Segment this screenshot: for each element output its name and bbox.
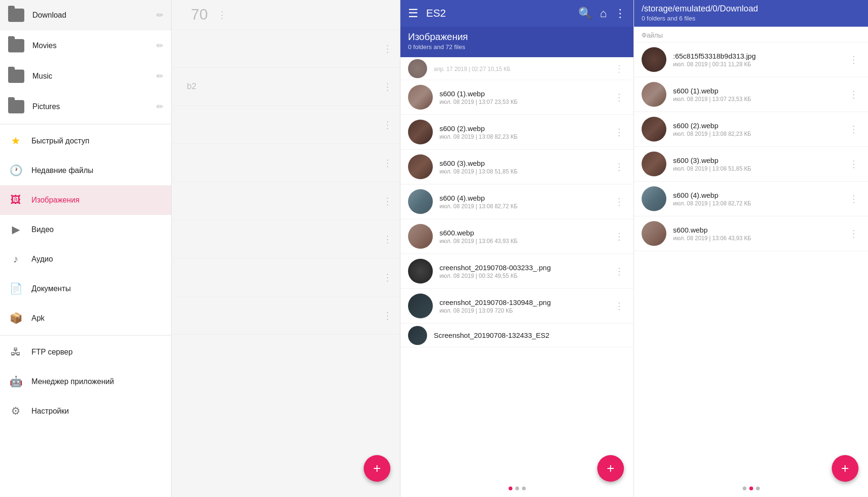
list-item[interactable]: creenshot_20190708-130948_.png июл. 08 2… <box>400 289 633 324</box>
list-item[interactable]: s600.webp июл. 08 2019 | 13:06 43,93 КБ … <box>400 219 633 254</box>
sidebar-item-docs[interactable]: 📄 Документы <box>0 274 171 304</box>
list-item[interactable]: :65c815f53318b9d313.jpg июл. 08 2019 | 0… <box>634 42 868 77</box>
clock-icon: 🕐 <box>8 162 24 179</box>
edit-icon[interactable]: ✏ <box>156 10 163 20</box>
section-label: Файлы <box>634 27 868 42</box>
sidebar-item-audio[interactable]: ♪ Аудио <box>0 244 171 274</box>
settings-icon: ⚙ <box>8 403 24 419</box>
more-vert-icon[interactable]: ⋮ <box>613 88 626 107</box>
android-icon: 🤖 <box>8 374 24 390</box>
path-label: /storage/emulated/0/Download <box>642 4 860 14</box>
hamburger-icon[interactable]: ☰ <box>404 3 422 24</box>
more-vert-icon[interactable]: ⋮ <box>383 157 392 169</box>
more-vert-icon[interactable]: ⋮ <box>613 157 626 176</box>
sidebar-item-apk[interactable]: 📦 Apk <box>0 304 171 333</box>
more-vert-icon[interactable]: ⋮ <box>383 272 392 283</box>
list-item[interactable]: s600 (1).webp июл. 08 2019 | 13:07 23,53… <box>634 77 868 112</box>
file-name: s600.webp <box>673 226 847 234</box>
sidebar-item-music[interactable]: Music ✏ <box>0 61 171 91</box>
dot-active <box>749 487 753 490</box>
star-icon: ★ <box>8 133 24 149</box>
file-count: 0 folders and 6 files <box>642 15 860 22</box>
fab-button-right[interactable]: + <box>832 455 858 482</box>
more-vert-icon[interactable]: ⋮ <box>613 262 626 281</box>
file-info: creenshot_20190708-130948_.png июл. 08 2… <box>439 298 613 314</box>
more-vert-icon[interactable]: ⋮ <box>613 296 626 315</box>
right-panel: /storage/emulated/0/Download 0 folders a… <box>634 0 868 497</box>
file-info: s600 (2).webp июл. 08 2019 | 13:08 82,23… <box>673 122 847 137</box>
list-item[interactable]: s600.webp июл. 08 2019 | 13:06 43,93 КБ … <box>634 216 868 251</box>
sidebar-item-quick-access[interactable]: ★ Быстрый доступ <box>0 126 171 156</box>
more-vert-icon[interactable]: ⋮ <box>383 81 392 92</box>
sidebar-item-images[interactable]: 🖼 Изображения <box>0 185 171 215</box>
sidebar-item-movies[interactable]: Movies ✏ <box>0 30 171 61</box>
more-vert-icon[interactable]: ⋮ <box>613 59 626 78</box>
more-vert-icon[interactable]: ⋮ <box>217 10 227 20</box>
file-meta: июл. 08 2019 | 00:32 49,55 КБ <box>439 273 613 279</box>
more-vert-icon[interactable]: ⋮ <box>613 227 626 246</box>
more-vert-icon[interactable]: ⋮ <box>613 122 626 142</box>
bg-item-empty7: ⋮ <box>172 296 400 335</box>
sidebar-item-pictures[interactable]: Pictures ✏ <box>0 91 171 122</box>
list-item[interactable]: апр. 17 2019 | 02:27 10,15 КБ ⋮ <box>400 57 633 80</box>
sidebar-item-settings[interactable]: ⚙ Настройки <box>0 396 171 426</box>
more-vert-icon[interactable]: ⋮ <box>847 189 860 208</box>
dots-indicator-right <box>743 487 760 490</box>
file-meta: июл. 08 2019 | 13:06 43,93 КБ <box>673 235 847 242</box>
file-thumbnail <box>408 59 427 78</box>
home-icon[interactable]: ⌂ <box>596 3 611 24</box>
sidebar-item-download[interactable]: Download ✏ <box>0 0 171 30</box>
file-meta: июл. 08 2019 | 13:06 43,93 КБ <box>439 238 613 244</box>
folder-icon <box>8 7 25 24</box>
more-vert-icon[interactable]: ⋮ <box>383 195 392 207</box>
list-item[interactable]: Screenshot_20190708-132433_ES2 <box>400 324 633 347</box>
sidebar-item-label: FTP сервер <box>31 348 163 356</box>
list-item[interactable]: s600 (2).webp июл. 08 2019 | 13:08 82,23… <box>400 115 633 150</box>
list-item[interactable]: s600 (4).webp июл. 08 2019 | 13:08 82,72… <box>400 184 633 219</box>
sidebar-item-label: Настройки <box>31 407 163 416</box>
ftp-icon: 🖧 <box>8 344 24 360</box>
fab-button[interactable]: + <box>597 455 624 482</box>
more-vert-icon[interactable]: ⋮ <box>847 120 860 139</box>
more-vert-icon[interactable]: ⋮ <box>383 119 392 131</box>
more-vert-icon[interactable]: ⋮ <box>383 233 392 245</box>
list-item[interactable]: s600 (4).webp июл. 08 2019 | 13:08 82,72… <box>634 182 868 216</box>
list-item[interactable]: s600 (3).webp июл. 08 2019 | 13:08 51,85… <box>634 147 868 182</box>
file-name: s600 (1).webp <box>673 87 847 95</box>
more-vert-icon[interactable]: ⋮ <box>847 224 860 243</box>
list-item[interactable]: s600 (2).webp июл. 08 2019 | 13:08 82,23… <box>634 112 868 147</box>
more-vert-icon[interactable]: ⋮ <box>847 50 860 69</box>
bg-number: 70 <box>179 6 208 23</box>
sidebar-item-ftp[interactable]: 🖧 FTP сервер <box>0 337 171 367</box>
list-item[interactable]: creenshot_20190708-003233_.png июл. 08 2… <box>400 254 633 289</box>
sidebar-item-video[interactable]: ▶ Видео <box>0 215 171 244</box>
folder-icon <box>8 37 25 54</box>
file-name: creenshot_20190708-130948_.png <box>439 298 613 306</box>
more-vert-icon[interactable]: ⋮ <box>613 192 626 211</box>
edit-icon[interactable]: ✏ <box>156 41 163 51</box>
sidebar-item-app-manager[interactable]: 🤖 Менеджер приложений <box>0 367 171 396</box>
dot-inactive <box>743 487 746 490</box>
more-vert-header-icon[interactable]: ⋮ <box>611 3 630 24</box>
search-icon[interactable]: 🔍 <box>574 3 596 24</box>
file-name: s600 (4).webp <box>439 194 613 202</box>
bg-item-empty5: ⋮ <box>172 220 400 258</box>
file-meta: июл. 08 2019 | 13:08 82,72 КБ <box>673 200 847 207</box>
sidebar-item-label: Movies <box>32 41 156 50</box>
edit-icon[interactable]: ✏ <box>156 101 163 112</box>
file-info: creenshot_20190708-003233_.png июл. 08 2… <box>439 264 613 279</box>
bg-item-empty3: ⋮ <box>172 144 400 182</box>
video-icon: ▶ <box>8 222 24 238</box>
more-vert-icon[interactable]: ⋮ <box>847 154 860 173</box>
file-name: creenshot_20190708-003233_.png <box>439 264 613 272</box>
fab-button-bg[interactable]: + <box>364 455 390 482</box>
sidebar-item-recent[interactable]: 🕐 Недавние файлы <box>0 156 171 185</box>
sidebar-item-label: Pictures <box>32 102 156 111</box>
list-item[interactable]: s600 (1).webp июл. 08 2019 | 13:07 23,53… <box>400 80 633 115</box>
more-vert-icon[interactable]: ⋮ <box>847 85 860 104</box>
file-thumbnail <box>642 152 666 176</box>
list-item[interactable]: s600 (3).webp июл. 08 2019 | 13:08 51,85… <box>400 150 633 184</box>
edit-icon[interactable]: ✏ <box>156 71 163 81</box>
more-vert-icon[interactable]: ⋮ <box>383 43 392 54</box>
more-vert-icon[interactable]: ⋮ <box>383 310 392 321</box>
